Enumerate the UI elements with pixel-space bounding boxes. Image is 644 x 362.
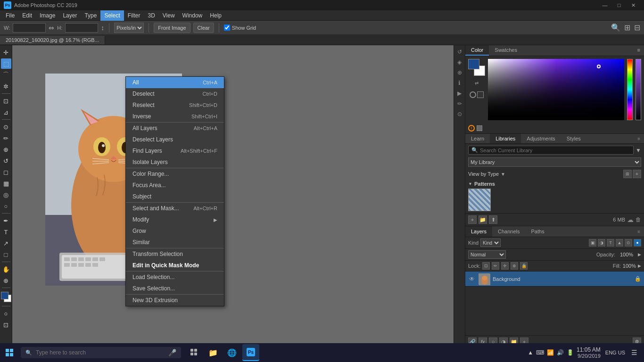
lock-position-button[interactable]: ✛ (501, 262, 509, 270)
menu-file[interactable]: File (2, 10, 18, 21)
wifi-icon[interactable]: 📶 (547, 349, 554, 356)
crop-tool[interactable]: ⊡ (1, 96, 11, 106)
dodge-tool[interactable]: ○ (1, 201, 11, 211)
kind-filter-select[interactable]: Kind (480, 239, 501, 247)
foreground-color-swatch[interactable] (1, 292, 8, 299)
tab-adjustments[interactable]: Adjustments (521, 134, 561, 143)
minimize-button[interactable]: — (598, 0, 612, 10)
taskbar-search-input[interactable] (36, 349, 165, 356)
menu-item-color-range[interactable]: Color Range... (126, 168, 224, 180)
photoshop-taskbar-button[interactable]: Ps (242, 344, 259, 361)
eraser-tool[interactable]: ◻ (1, 167, 11, 177)
patterns-collapse-icon[interactable]: ▼ (468, 181, 472, 186)
layer-visibility-toggle[interactable]: 👁 (468, 275, 476, 283)
new-layer-button[interactable]: + (520, 337, 528, 343)
stamp-tool[interactable]: ⊕ (1, 144, 11, 155)
libraries-menu-icon[interactable]: ≡ (634, 134, 644, 143)
file-explorer-button[interactable]: 📁 (205, 344, 222, 361)
library-filter-icon[interactable]: ▼ (636, 147, 641, 154)
system-clock[interactable]: 11:05 AM 9/20/2019 (577, 346, 601, 359)
start-button[interactable] (0, 343, 19, 362)
notification-icon[interactable]: ☰ (628, 346, 640, 359)
maximize-button[interactable]: □ (612, 0, 626, 10)
lasso-tool[interactable]: ⌒ (1, 70, 11, 80)
volume-icon[interactable]: 🔊 (557, 349, 564, 356)
tools-panel-icon[interactable]: ⊕ (455, 68, 464, 77)
blend-mode-select[interactable]: Normal (468, 250, 506, 259)
menu-item-similar[interactable]: Similar (126, 237, 224, 248)
lock-all-button[interactable]: 🔒 (520, 262, 528, 270)
menu-select[interactable]: Select (100, 10, 124, 21)
import-library-button[interactable]: ⬆ (489, 215, 497, 224)
width-input[interactable] (13, 23, 46, 33)
shape-filter-icon[interactable]: ▲ (616, 239, 623, 247)
brush-tool[interactable]: ✏ (1, 133, 11, 143)
eyedropper-tool[interactable]: ⊿ (1, 107, 11, 117)
brush-settings-icon[interactable]: ✏ (455, 99, 464, 108)
clear-button[interactable]: Clear (193, 23, 214, 33)
tab-styles[interactable]: Styles (561, 134, 586, 143)
spot-heal-tool[interactable]: ⊙ (1, 122, 11, 132)
screen-mode-button[interactable]: ⊡ (1, 320, 11, 330)
menu-item-reselect[interactable]: Reselect Shift+Ctrl+D (126, 99, 224, 111)
lock-transparent-button[interactable]: ⊡ (482, 262, 490, 270)
view-type-dropdown-icon[interactable]: ▼ (501, 172, 505, 177)
add-adjustment-button[interactable]: ◑ (499, 337, 508, 343)
shape-tool[interactable]: □ (1, 249, 11, 260)
quick-mask-button[interactable]: ○ (1, 308, 11, 319)
zoom-icon[interactable]: ⊟ (634, 23, 640, 32)
menu-item-quick-mask[interactable]: Edit in Quick Mask Mode (126, 260, 224, 271)
delete-layer-button[interactable]: 🗑 (633, 337, 641, 343)
add-library-button[interactable]: + (468, 215, 477, 224)
cloud-sync-icon[interactable]: ☁ (627, 216, 634, 223)
pattern-thumbnail[interactable] (468, 189, 491, 211)
history-panel-icon[interactable]: ↺ (455, 47, 464, 57)
menu-edit[interactable]: Edit (18, 10, 36, 21)
create-group-button[interactable]: 📁 (510, 337, 518, 343)
mic-icon[interactable]: 🎤 (168, 349, 176, 356)
tab-swatches[interactable]: Swatches (489, 45, 523, 56)
front-image-button[interactable]: Front Image (154, 23, 190, 33)
opacity-value[interactable]: 100% (617, 252, 636, 257)
opacity-slider[interactable] (636, 59, 641, 120)
tab-learn[interactable]: Learn (465, 134, 490, 143)
menu-item-focus-area[interactable]: Focus Area... (126, 180, 224, 191)
tab-layers[interactable]: Layers (465, 226, 492, 237)
color-gradient-picker[interactable] (488, 59, 624, 120)
color-web-safe-icon[interactable] (477, 125, 482, 131)
show-grid-label[interactable]: Show Grid (224, 25, 256, 31)
hand-tool[interactable]: ✋ (1, 264, 11, 274)
adjustment-filter-icon[interactable]: ◑ (598, 239, 605, 247)
menu-item-new-3d[interactable]: New 3D Extrusion (126, 295, 224, 306)
menu-3d[interactable]: 3D (144, 10, 158, 21)
menu-item-transform-selection[interactable]: Transform Selection (126, 248, 224, 260)
layer-row[interactable]: 👁 Background 🔒 (465, 272, 644, 287)
color-switch-icon[interactable]: ⇄ (475, 81, 479, 86)
lock-image-button[interactable]: ✏ (492, 262, 499, 270)
menu-item-select-mask[interactable]: Select and Mask... Alt+Ctrl+R (126, 203, 224, 214)
tab-paths[interactable]: Paths (526, 226, 550, 237)
my-library-select[interactable]: My Library (468, 157, 641, 167)
paths-icon[interactable]: ⊙ (455, 109, 464, 119)
layer-fx-button[interactable]: fx (479, 337, 487, 343)
hue-slider[interactable] (627, 59, 633, 120)
library-search-input[interactable] (480, 148, 630, 153)
filter-toggle-icon[interactable]: ● (634, 239, 641, 247)
create-group-button[interactable]: 📁 (479, 215, 487, 224)
search-icon[interactable]: 🔍 (611, 23, 620, 32)
magic-wand-tool[interactable]: ✲ (1, 81, 11, 91)
tab-libraries[interactable]: Libraries (490, 134, 521, 143)
menu-help[interactable]: Help (206, 10, 225, 21)
actions-panel-icon[interactable]: ▶ (455, 89, 464, 98)
grid-view-button[interactable]: ⊞ (623, 170, 632, 178)
menu-item-subject[interactable]: Subject (126, 191, 224, 202)
menu-item-deselect[interactable]: Deselect Ctrl+D (126, 88, 224, 99)
properties-panel-icon[interactable]: ◈ (455, 58, 464, 67)
close-button[interactable]: ✕ (626, 0, 640, 10)
list-view-button[interactable]: ≡ (633, 170, 641, 178)
menu-window[interactable]: Window (179, 10, 206, 21)
tab-color[interactable]: Color (465, 45, 489, 56)
height-input[interactable] (65, 23, 98, 33)
menu-item-isolate-layers[interactable]: Isolate Layers (126, 156, 224, 168)
color-swatches[interactable] (1, 292, 11, 302)
